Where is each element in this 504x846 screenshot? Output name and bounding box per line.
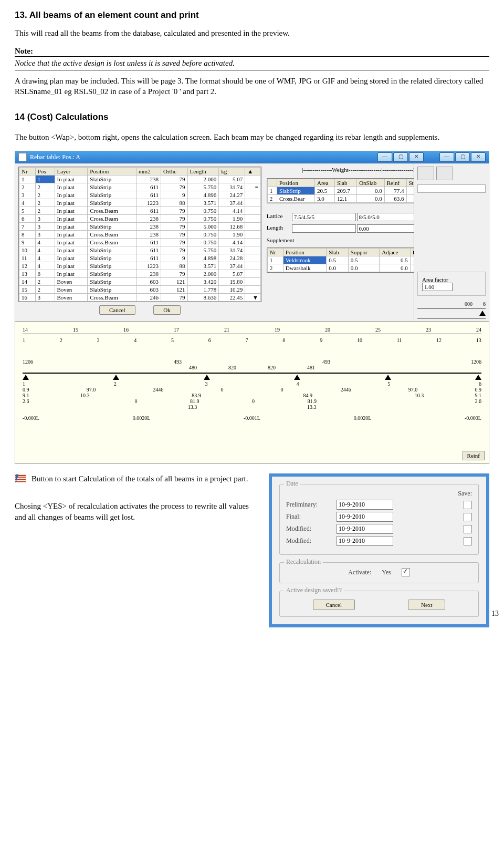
maximize-button[interactable]: ▢ (393, 152, 408, 162)
date-group-title: Date (284, 480, 300, 488)
reinf-button[interactable]: Reinf (463, 451, 485, 460)
dialog-body: NrPosLayerPositionmm2OrthcLengthkg▲11In … (15, 163, 489, 321)
minimize-button[interactable]: — (377, 152, 392, 162)
activate-value: Yes (382, 569, 391, 576)
active-saved-title: Active design saved!? (284, 586, 344, 594)
svg-rect-3 (15, 481, 26, 482)
ok-button[interactable]: Ok (153, 305, 180, 315)
activate-label: Activate: (348, 569, 371, 576)
lattice-val-0[interactable]: 7.5/4.5/5 (292, 213, 356, 221)
support-triangle-icon (479, 311, 486, 316)
lattice-label: Lattice (267, 213, 291, 221)
length-val-0[interactable]: 0.00 (292, 224, 356, 233)
tool-icon-1[interactable] (417, 167, 434, 180)
date-cancel-button[interactable]: Cancel (313, 600, 355, 610)
yes-text: Chosing <YES> of recalculation activates… (15, 501, 258, 522)
cancel-button[interactable]: Cancel (99, 305, 135, 315)
beam-diagram: 14151617211920252324 12345678910111213 1… (15, 321, 489, 463)
calculation-icon[interactable] (15, 473, 26, 485)
section-13-heading: 13. All beams of an element count and pr… (15, 9, 489, 22)
app-icon (18, 153, 27, 161)
titlebar[interactable]: Rebar table: Pos.: A — ▢ ✕ — ▢ ✕ (15, 151, 489, 163)
calc-text: Button to start Calculation of the total… (32, 473, 248, 484)
close-button[interactable]: ✕ (409, 152, 424, 162)
length-label: Length (267, 224, 291, 233)
side-end: 6 (483, 301, 486, 307)
left-grid[interactable]: NrPosLayerPositionmm2OrthcLengthkg▲11In … (18, 167, 261, 302)
side-span: 000 (465, 301, 472, 307)
section-14-heading: 14 (Cost) Calculations (15, 111, 489, 123)
date-next-button[interactable]: Next (408, 600, 445, 610)
save-header: Save: (286, 490, 472, 498)
area-factor-label: Area factor (422, 276, 481, 283)
area-factor-input[interactable] (422, 283, 453, 291)
section-14-para: The button <Wap>, bottom right, opens th… (15, 132, 489, 142)
lattice-val-1[interactable]: 8/5.0/5.0 (357, 213, 421, 221)
rebar-screenshot: Rebar table: Pos.: A — ▢ ✕ — ▢ ✕ NrPosLa… (15, 151, 489, 464)
date-dialog: Date Save: Preliminary:Final:Modified:Mo… (269, 473, 489, 627)
section-13-intro: This will read all the beams from the da… (15, 28, 489, 38)
close-button-2[interactable]: ✕ (471, 152, 486, 162)
section-13-para2: A drawing plan may be included. This wil… (15, 76, 489, 97)
tool-icon-2[interactable] (436, 167, 453, 180)
note-body: Notice that the active design is lost un… (15, 57, 489, 70)
maximize-button-2[interactable]: ▢ (455, 152, 470, 162)
side-field[interactable] (417, 184, 486, 193)
window-title: Rebar table: Pos.: A (30, 151, 80, 163)
minimize-button-2[interactable]: — (439, 152, 454, 162)
length-val-1[interactable]: 0.00 (357, 224, 421, 233)
activate-checkbox[interactable]: ✓ (402, 568, 410, 576)
page-number: 13 (491, 610, 499, 618)
recalc-group-title: Recalculation (284, 558, 323, 566)
note-label: Note: (15, 47, 33, 55)
